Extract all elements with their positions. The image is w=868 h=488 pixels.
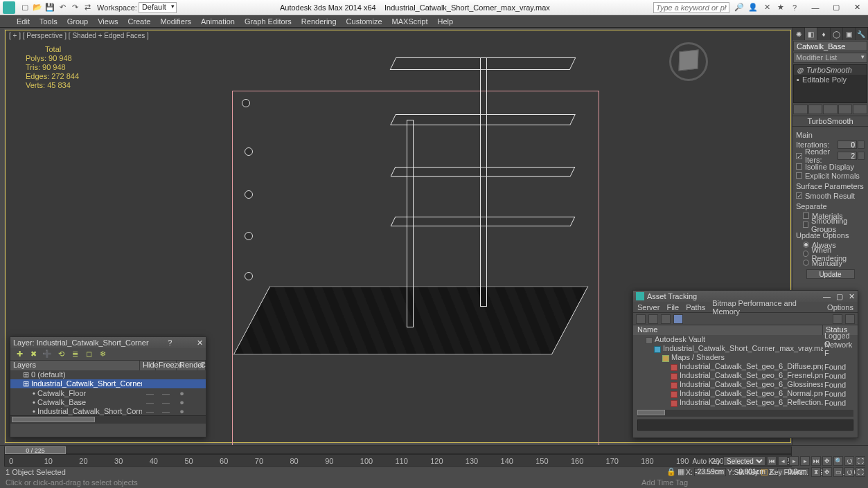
add-time-tag[interactable]: Add Time Tag xyxy=(641,478,688,487)
next-frame-icon[interactable]: ▸ xyxy=(800,456,810,466)
autokey-button[interactable]: Auto Key xyxy=(692,458,720,465)
separate-materials-checkbox[interactable] xyxy=(803,213,809,219)
layer-col-name[interactable]: Layers xyxy=(10,361,140,370)
menu-create[interactable]: Create xyxy=(127,17,150,26)
asset-view1-icon[interactable] xyxy=(636,314,646,324)
nav-orbit2-icon[interactable]: ⭯ xyxy=(844,467,854,477)
asset-view4-icon[interactable] xyxy=(673,314,683,324)
separate-smgroups-checkbox[interactable] xyxy=(803,222,808,228)
layer-new-icon[interactable]: ✚ xyxy=(15,350,24,359)
layer-add-sel-icon[interactable]: ➕ xyxy=(42,350,52,359)
prev-frame-icon[interactable]: ◂ xyxy=(778,456,788,466)
time-config-icon[interactable]: ⧗ xyxy=(811,467,821,477)
object-name-field[interactable]: Catwalk_Base xyxy=(793,41,867,51)
asset-row[interactable]: Industrial_Catwalk_Short_Corner_max_vray… xyxy=(633,344,858,353)
nav-pan2-icon[interactable]: ✥ xyxy=(822,467,832,477)
render-iters-spinner[interactable]: Render Iters: xyxy=(796,151,865,161)
pin-stack-icon[interactable] xyxy=(793,105,808,114)
qat-new-icon[interactable]: ▢ xyxy=(19,2,30,13)
tab-hierarchy-icon[interactable]: ♦ xyxy=(817,28,830,40)
time-ruler[interactable]: 0102030405060708090100110120130140150160… xyxy=(4,454,792,467)
time-slider[interactable]: 0 / 225 xyxy=(4,446,792,454)
asset-row[interactable]: Industrial_Catwalk_Set_geo_6_Normal.pngF… xyxy=(633,389,858,398)
asset-menu-bitmap-performance-and-memory[interactable]: Bitmap Performance and Memory xyxy=(712,299,820,316)
menu-rendering[interactable]: Rendering xyxy=(301,17,337,26)
setkey-button[interactable]: Set Key xyxy=(734,469,758,476)
menu-animation[interactable]: Animation xyxy=(201,17,235,26)
nav-max2-icon[interactable]: ⛶ xyxy=(856,467,865,477)
tab-create-icon[interactable]: ✺ xyxy=(792,28,805,40)
goto-start-icon[interactable]: ⏮ xyxy=(767,456,777,466)
nav-zoom-icon[interactable]: 🔍 xyxy=(833,456,843,466)
close-button[interactable]: ✕ xyxy=(849,2,865,13)
remove-modifier-icon[interactable] xyxy=(838,105,853,114)
layer-col-hide[interactable]: Hide xyxy=(140,361,156,370)
menu-maxscript[interactable]: MAXScript xyxy=(392,17,428,26)
maximize-button[interactable]: ▢ xyxy=(828,2,844,13)
asset-refresh-icon[interactable] xyxy=(833,314,842,324)
layer-col-render[interactable]: Render xyxy=(177,361,197,370)
nav-fov-icon[interactable]: ▭ xyxy=(833,467,843,477)
asset-view3-icon[interactable] xyxy=(661,314,671,324)
viewcube[interactable] xyxy=(669,42,708,81)
render-iters-checkbox[interactable] xyxy=(796,153,802,159)
nav-pan-icon[interactable]: ✥ xyxy=(822,456,832,466)
layer-row[interactable]: • Catwalk_Floor——● xyxy=(10,388,206,397)
qat-link-icon[interactable]: ⇄ xyxy=(82,2,93,13)
favorite-icon[interactable]: ★ xyxy=(775,2,786,13)
menu-views[interactable]: Views xyxy=(98,17,118,26)
asset-row[interactable]: Industrial_Catwalk_Set_geo_6_Glossiness.… xyxy=(633,380,858,389)
rollout-turbosmooth-title[interactable]: TurboSmooth xyxy=(792,116,868,127)
lock-selection-icon[interactable]: 🔒 xyxy=(666,467,676,476)
tab-utilities-icon[interactable]: 🔧 xyxy=(856,28,868,40)
minimize-button[interactable]: — xyxy=(807,2,824,13)
menu-help[interactable]: Help xyxy=(438,17,454,26)
menu-tools[interactable]: Tools xyxy=(39,17,57,26)
layer-col-color[interactable]: C xyxy=(197,361,206,370)
layer-highlight-icon[interactable]: ≣ xyxy=(70,350,80,359)
layer-delete-icon[interactable]: ✖ xyxy=(28,350,38,359)
time-slider-thumb[interactable]: 0 / 225 xyxy=(5,446,66,454)
layer-freeze-icon[interactable]: ❄ xyxy=(98,350,107,359)
isoline-checkbox[interactable] xyxy=(796,163,802,170)
tab-modify-icon[interactable]: ◧ xyxy=(805,28,817,40)
play-icon[interactable]: ▸ xyxy=(789,456,799,466)
layer-hide-icon[interactable]: ◻ xyxy=(84,350,94,359)
make-unique-icon[interactable] xyxy=(823,105,838,114)
menu-modifiers[interactable]: Modifiers xyxy=(160,17,191,26)
key-filters-button[interactable]: Key Filters... xyxy=(770,469,808,476)
asset-view2-icon[interactable] xyxy=(648,314,658,324)
search-icon[interactable]: 🔎 xyxy=(734,2,745,13)
layer-select-obj-icon[interactable]: ⟲ xyxy=(56,350,66,359)
viewport-label[interactable]: [ + ] [ Perspective ] [ Shaded + Edged F… xyxy=(9,32,149,39)
asset-scrollbar[interactable] xyxy=(637,410,853,417)
update-always-radio[interactable] xyxy=(803,242,809,248)
layer-col-freeze[interactable]: Freeze xyxy=(156,361,177,370)
qat-save-icon[interactable]: 💾 xyxy=(44,2,55,13)
update-button[interactable]: Update xyxy=(806,269,855,279)
update-rendering-radio[interactable] xyxy=(803,251,808,257)
tab-motion-icon[interactable]: ◯ xyxy=(831,28,843,40)
update-manually-radio[interactable] xyxy=(803,260,809,266)
exchange-icon[interactable]: ✕ xyxy=(761,2,772,13)
layer-row[interactable]: ⊞ 0 (default) xyxy=(10,370,206,379)
layer-help-icon[interactable]: ? xyxy=(168,338,172,347)
layer-row[interactable]: • Catwalk_Base——● xyxy=(10,397,206,406)
asset-menu-paths[interactable]: Paths xyxy=(686,303,705,311)
asset-menu-options[interactable]: Options xyxy=(827,303,853,311)
layer-row[interactable]: • Industrial_Catwalk_Short_Corner——● xyxy=(10,406,206,415)
menu-graph-editors[interactable]: Graph Editors xyxy=(245,17,292,26)
goto-end-icon[interactable]: ⏭ xyxy=(811,456,821,466)
nav-max-icon[interactable]: ⛶ xyxy=(856,456,865,466)
asset-options-icon[interactable] xyxy=(845,314,855,324)
signin-icon[interactable]: 👤 xyxy=(747,2,759,13)
workspace-picker[interactable]: Default xyxy=(139,2,177,13)
asset-menu-file[interactable]: File xyxy=(666,303,679,311)
qat-redo-icon[interactable]: ↷ xyxy=(69,2,80,13)
asset-row[interactable]: Industrial_Catwalk_Set_geo_6_Fresnel.png… xyxy=(633,371,858,380)
layer-close-icon[interactable]: ✕ xyxy=(197,338,203,347)
menu-edit[interactable]: Edit xyxy=(17,17,30,26)
asset-minimize-icon[interactable]: — xyxy=(823,292,831,301)
qat-open-icon[interactable]: 📂 xyxy=(32,2,43,13)
layer-row[interactable]: ⊞ Industrial_Catwalk_Short_Corner xyxy=(10,379,206,388)
